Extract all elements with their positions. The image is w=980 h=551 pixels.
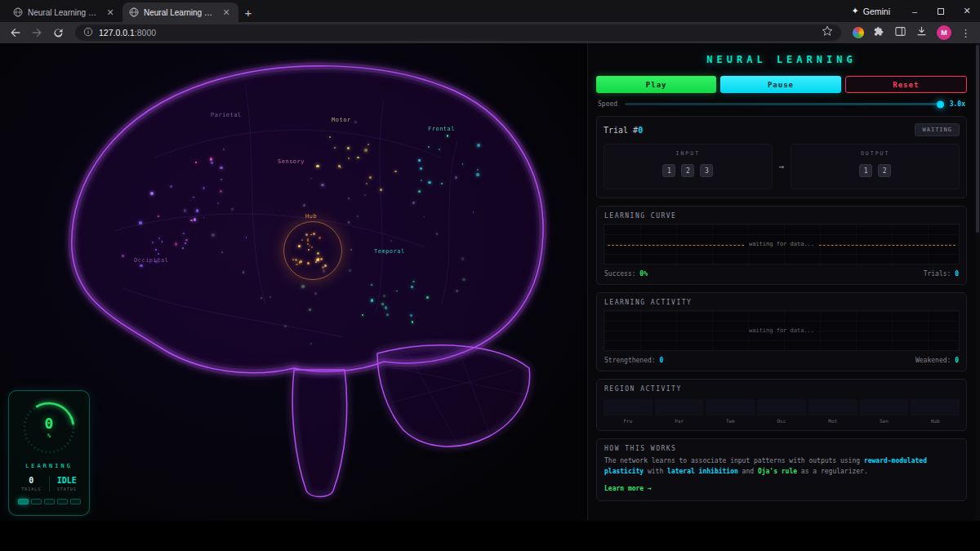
gauge-pip <box>18 499 29 504</box>
neuron-dot <box>461 257 464 260</box>
minimize-button[interactable]: – <box>902 0 928 22</box>
region-bar <box>655 399 704 415</box>
extension-icon[interactable] <box>853 27 864 38</box>
output-node[interactable]: 1 <box>859 164 872 177</box>
neuron-dot <box>220 190 222 193</box>
gauge-stat: 0TRIALS <box>14 476 49 491</box>
gauge-stat: IDLESTATUS <box>49 476 85 491</box>
brain-canvas[interactable]: MotorFrontalParietalSensoryOccipitalHubT… <box>0 43 588 521</box>
gauge-pip <box>70 499 81 504</box>
region-bar-label: Par <box>655 418 704 424</box>
speed-control: Speed 3.0x <box>598 100 965 108</box>
neuron-dot <box>348 198 350 199</box>
success-stat: Success: 0% <box>604 270 648 278</box>
url-bar[interactable]: 127.0.0.1:8000 <box>75 24 841 41</box>
input-box: INPUT 123 <box>604 144 773 189</box>
site-info-icon[interactable] <box>83 25 93 40</box>
neuron-dot <box>194 218 197 221</box>
neuron-dot <box>195 162 197 163</box>
gauge-ring: 0 % <box>19 398 79 458</box>
neuron-dot <box>348 221 350 224</box>
learn-more-link[interactable]: Learn more → <box>597 478 966 500</box>
profile-avatar[interactable]: M <box>937 25 951 40</box>
neuron-dot <box>386 313 388 315</box>
gauge-stats: 0TRIALSIDLESTATUS <box>14 476 84 491</box>
browser-tab-1[interactable]: Neural Learning Visualization ✕ <box>7 2 122 22</box>
region-bar <box>860 399 909 415</box>
neuron-dot <box>193 197 194 198</box>
input-label: INPUT <box>676 150 701 157</box>
neuron-dot <box>364 149 367 151</box>
maximize-button[interactable] <box>928 0 954 22</box>
scrollbar-thumb[interactable] <box>976 45 979 233</box>
neuron-dot <box>385 306 387 309</box>
url-text: 127.0.0.1:8000 <box>99 28 156 38</box>
pause-button[interactable]: Pause <box>720 76 840 93</box>
tab-close-icon[interactable]: ✕ <box>105 7 116 18</box>
reload-icon[interactable] <box>49 24 67 42</box>
neuron-dot <box>190 220 192 221</box>
neuron-dot <box>411 286 412 287</box>
side-panel-icon[interactable] <box>894 25 906 41</box>
output-node[interactable]: 2 <box>878 164 891 177</box>
close-button[interactable]: ✕ <box>954 0 980 22</box>
download-icon[interactable] <box>915 25 928 41</box>
speed-slider-knob[interactable] <box>937 100 944 108</box>
neuron-dot <box>362 314 363 316</box>
menu-kebab-icon[interactable]: ⋮ <box>960 27 970 39</box>
neuron-dot <box>347 147 350 149</box>
gauge-title: LEARNING <box>25 463 73 469</box>
extensions-puzzle-icon[interactable] <box>873 25 885 41</box>
tab-close-icon[interactable]: ✕ <box>220 7 232 18</box>
browser-tab-strip: Neural Learning Visualization ✕ Neural L… <box>0 0 980 22</box>
scrollbar[interactable] <box>975 43 980 521</box>
input-nodes: 123 <box>662 164 713 177</box>
neuron-dot <box>243 271 244 273</box>
neuron-dot <box>185 239 187 241</box>
window-controls: – ✕ <box>902 0 980 22</box>
tab-title: Neural Learning Visualization <box>28 8 100 17</box>
weakened-stat: Weakened: 0 <box>915 357 959 364</box>
neuron-dot <box>196 209 198 211</box>
neuron-dot <box>329 136 331 138</box>
neuron-dot <box>455 176 457 179</box>
speed-slider[interactable] <box>625 103 942 105</box>
region-bar <box>911 399 960 415</box>
neuron-dot <box>436 233 438 234</box>
tab-favicon-icon <box>13 7 23 17</box>
trials-stat: Trials: 0 <box>924 270 959 278</box>
learning-curve-card: LEARNING CURVE waiting for data... Succe… <box>596 206 967 285</box>
back-icon[interactable] <box>7 24 24 42</box>
neuron-dot <box>390 240 392 242</box>
bookmark-star-icon[interactable] <box>822 25 833 40</box>
input-node[interactable]: 2 <box>681 164 694 177</box>
neuron-dot <box>371 299 373 301</box>
new-tab-button[interactable]: + <box>238 2 258 22</box>
brain-region-label: Occipital <box>134 257 168 264</box>
reset-button[interactable]: Reset <box>845 76 967 93</box>
speed-value: 3.0x <box>950 100 965 108</box>
speed-slider-fill <box>625 103 942 105</box>
strengthened-stat: Strengthened: 0 <box>604 357 663 364</box>
learning-curve-title: LEARNING CURVE <box>597 207 966 224</box>
neuron-dot <box>139 221 142 224</box>
input-node[interactable]: 1 <box>662 164 675 177</box>
arrow-right-icon: → <box>779 162 785 172</box>
brain-region-label: Motor <box>332 117 351 123</box>
neuron-dot <box>183 233 185 234</box>
neuron-dot <box>477 144 480 147</box>
region-activity-card: REGION ACTIVITY FroParTemOccMotSenHub <box>596 379 967 431</box>
neuron-dot <box>350 249 352 251</box>
region-bar-label: Mot <box>808 418 858 424</box>
neuron-dot <box>220 167 222 169</box>
neuron-dot <box>368 144 369 145</box>
learning-activity-chart: waiting for data... <box>604 310 960 351</box>
browser-tab-2-active[interactable]: Neural Learning Visualization ✕ <box>122 2 238 22</box>
neuron-dot <box>150 192 153 194</box>
forward-icon[interactable] <box>28 24 46 42</box>
play-button[interactable]: Play <box>596 76 716 93</box>
learning-curve-placeholder: waiting for data... <box>745 241 818 247</box>
region-bar-label: Hub <box>911 418 960 424</box>
input-node[interactable]: 3 <box>700 164 713 177</box>
hub-highlight-ring <box>283 221 342 280</box>
